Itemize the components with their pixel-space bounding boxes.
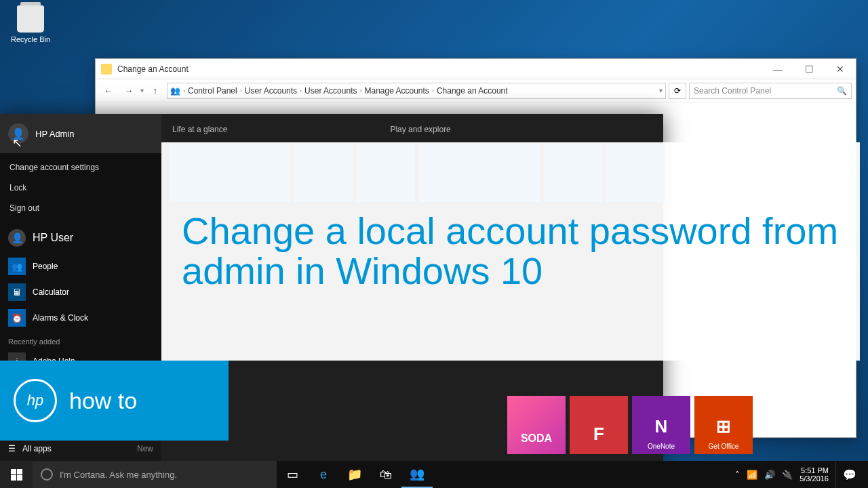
window-icon	[101, 64, 112, 75]
recycle-bin-icon	[17, 5, 44, 33]
app-alarms[interactable]: ⏰ Alarms & Clock	[0, 305, 161, 331]
sign-out[interactable]: Sign out	[0, 198, 161, 218]
title-text: Change a local account password from adm…	[182, 211, 840, 291]
hp-howto-bar: hp how to	[0, 361, 229, 441]
up-button[interactable]: ↑	[146, 82, 164, 100]
breadcrumb-item[interactable]: Control Panel	[188, 86, 237, 96]
new-label: New	[137, 444, 153, 453]
onenote-icon: N	[655, 416, 668, 437]
people-icon: 👥	[8, 258, 26, 275]
windows-logo-icon	[11, 469, 22, 481]
tray-chevron-icon[interactable]: ˄	[735, 470, 740, 480]
app-people[interactable]: 👥 People	[0, 253, 161, 279]
task-view-button[interactable]: ▭	[277, 461, 308, 488]
tile-onenote[interactable]: NOneNote	[632, 396, 690, 454]
breadcrumb[interactable]: 👥› Control Panel› User Accounts› User Ac…	[167, 83, 666, 99]
app-calculator[interactable]: 🖩 Calculator	[0, 279, 161, 305]
current-user-name: HP Admin	[35, 129, 75, 139]
control-panel-taskbar-icon[interactable]: 👥	[401, 461, 433, 488]
hp-logo-icon: hp	[14, 379, 57, 422]
close-button[interactable]: ✕	[825, 59, 856, 79]
refresh-button[interactable]: ⟳	[669, 83, 686, 99]
user-menu: Change account settings Lock Sign out	[0, 153, 161, 222]
tile-label: OneNote	[648, 443, 675, 450]
howto-label: how to	[69, 388, 137, 414]
list-icon: ☰	[8, 444, 16, 453]
window-title: Change an Account	[117, 64, 762, 74]
cortana-icon	[41, 468, 53, 481]
tile-get-office[interactable]: ⊞Get Office	[694, 396, 753, 454]
back-button[interactable]: ←	[100, 82, 117, 100]
cortana-placeholder: I'm Cortana. Ask me anything.	[60, 470, 177, 480]
breadcrumb-item[interactable]: User Accounts	[304, 86, 357, 96]
forward-button[interactable]: →	[120, 82, 138, 100]
current-user-row[interactable]: 👤 HP Admin	[0, 114, 161, 153]
search-icon: 🔍	[837, 86, 847, 96]
volume-icon[interactable]: 🔊	[764, 470, 775, 480]
lock[interactable]: Lock	[0, 178, 161, 198]
power-icon[interactable]: 🔌	[782, 470, 793, 480]
recycle-bin-label: Recycle Bin	[10, 35, 51, 43]
all-apps-label: All apps	[22, 444, 52, 453]
office-icon: ⊞	[716, 416, 731, 437]
edge-icon[interactable]: e	[308, 461, 339, 488]
history-dropdown[interactable]: ▾	[140, 87, 144, 94]
search-placeholder: Search Control Panel	[694, 86, 771, 96]
app-label: Calculator	[33, 287, 69, 297]
date-label: 5/3/2016	[800, 474, 829, 483]
app-label: Alarms & Clock	[33, 313, 88, 323]
other-user-row[interactable]: 👤 HP User	[0, 222, 161, 253]
breadcrumb-item[interactable]: User Accounts	[245, 86, 297, 96]
taskbar: I'm Cortana. Ask me anything. ▭ e 📁 🛍 👥 …	[0, 461, 868, 488]
navbar: ← → ▾ ↑ 👥› Control Panel› User Accounts›…	[96, 79, 856, 102]
tile-flipboard[interactable]: F	[570, 396, 628, 454]
search-input[interactable]: Search Control Panel 🔍	[689, 83, 852, 99]
taskbar-apps: ▭ e 📁 🛍 👥	[277, 461, 433, 488]
user-avatar-icon: 👤	[8, 229, 26, 247]
breadcrumb-item[interactable]: Manage Accounts	[364, 86, 429, 96]
breadcrumb-dropdown[interactable]: ▾	[659, 87, 663, 94]
user-avatar-icon: 👤	[8, 123, 28, 144]
tile-group-header[interactable]: Life at a glance	[172, 125, 227, 134]
file-explorer-icon[interactable]: 📁	[339, 461, 370, 488]
tile-candy-crush[interactable]: SODA	[507, 396, 566, 454]
tile-row-bottom: SODA F NOneNote ⊞Get Office	[507, 396, 753, 454]
network-icon[interactable]: 📶	[747, 470, 757, 480]
app-label: People	[33, 262, 58, 271]
recycle-bin[interactable]: Recycle Bin	[10, 5, 51, 43]
change-account-settings[interactable]: Change account settings	[0, 157, 161, 178]
clock[interactable]: 5:51 PM 5/3/2016	[800, 466, 829, 483]
maximize-button[interactable]: ☐	[793, 59, 825, 79]
recently-added-header: Recently added	[0, 331, 161, 348]
candy-icon: SODA	[521, 432, 552, 445]
other-user-name: HP User	[33, 232, 73, 244]
breadcrumb-icon: 👥	[170, 86, 180, 96]
clock-icon: ⏰	[8, 309, 26, 327]
titlebar: Change an Account — ☐ ✕	[96, 59, 856, 79]
start-button[interactable]	[0, 461, 33, 488]
tile-label: Get Office	[709, 443, 739, 450]
system-tray: ˄ 📶 🔊 🔌 5:51 PM 5/3/2016 💬	[730, 461, 868, 488]
flipboard-icon: F	[593, 424, 604, 445]
calculator-icon: 🖩	[8, 283, 26, 301]
title-overlay: Change a local account password from adm…	[161, 142, 860, 361]
tile-group-header[interactable]: Play and explore	[390, 125, 450, 134]
cortana-search[interactable]: I'm Cortana. Ask me anything.	[33, 461, 277, 488]
minimize-button[interactable]: —	[762, 59, 793, 79]
breadcrumb-item[interactable]: Change an Account	[437, 86, 508, 96]
store-icon[interactable]: 🛍	[370, 461, 401, 488]
action-center-icon[interactable]: 💬	[835, 461, 863, 488]
time-label: 5:51 PM	[800, 466, 829, 474]
